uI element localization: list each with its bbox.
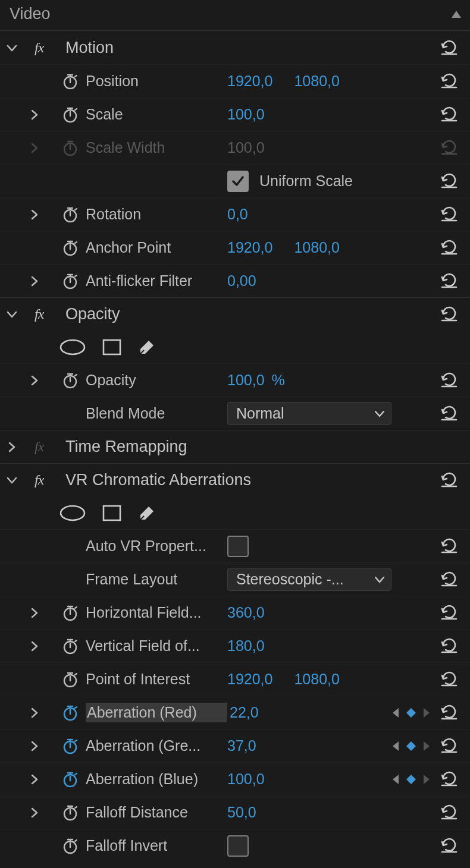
keyframe-next-icon[interactable] <box>422 707 431 719</box>
stopwatch-icon[interactable] <box>55 705 86 721</box>
keyframe-prev-icon[interactable] <box>391 740 400 752</box>
reset-button[interactable] <box>434 804 464 821</box>
effect-opacity-header[interactable]: fx Opacity <box>0 297 470 331</box>
falloff-invert-checkbox[interactable] <box>227 835 249 857</box>
stopwatch-icon[interactable] <box>55 738 86 754</box>
falloff-distance-value[interactable]: 50,0 <box>227 804 256 821</box>
aberration-green-value[interactable]: 37,0 <box>227 737 256 754</box>
reset-button[interactable] <box>434 40 464 56</box>
scale-value[interactable]: 100,0 <box>227 106 265 123</box>
aberration-red-value[interactable]: 22,0 <box>230 704 259 721</box>
twirl-right-icon[interactable] <box>21 109 55 121</box>
anchor-x-value[interactable]: 1920,0 <box>227 239 272 256</box>
aberration-blue-value[interactable]: 100,0 <box>227 770 265 788</box>
panel-collapse-icon[interactable] <box>451 10 462 19</box>
param-hfov: Horizontal Field... 360,0 <box>0 596 470 629</box>
reset-button[interactable] <box>434 372 464 389</box>
stopwatch-icon[interactable] <box>55 240 86 256</box>
twirl-down-icon[interactable] <box>0 474 35 486</box>
keyframe-next-icon[interactable] <box>422 773 431 785</box>
reset-button[interactable] <box>434 405 464 422</box>
chevron-down-icon <box>374 409 385 419</box>
stopwatch-icon[interactable] <box>55 671 86 688</box>
reset-button[interactable] <box>434 306 464 323</box>
reset-button[interactable] <box>434 838 464 854</box>
reset-button[interactable] <box>434 738 464 754</box>
keyframe-prev-icon[interactable] <box>391 707 400 719</box>
reset-button[interactable] <box>434 671 464 688</box>
anchor-y-value[interactable]: 1080,0 <box>294 239 339 256</box>
pen-mask-icon[interactable] <box>138 504 156 522</box>
opacity-value[interactable]: 100,0 <box>227 372 265 389</box>
keyframe-next-icon[interactable] <box>422 740 431 752</box>
twirl-right-icon <box>21 142 55 154</box>
stopwatch-icon[interactable] <box>55 638 86 655</box>
reset-button[interactable] <box>434 73 464 90</box>
rect-mask-icon[interactable] <box>102 339 121 356</box>
stopwatch-icon[interactable] <box>55 273 86 290</box>
uniform-scale-checkbox[interactable] <box>227 171 249 192</box>
reset-button[interactable] <box>434 273 464 290</box>
stopwatch-icon[interactable] <box>55 838 86 854</box>
keyframe-prev-icon[interactable] <box>391 773 400 785</box>
reset-button[interactable] <box>434 705 464 721</box>
twirl-right-icon[interactable] <box>21 773 55 785</box>
reset-button[interactable] <box>434 173 464 190</box>
rotation-value[interactable]: 0,0 <box>227 206 248 223</box>
stopwatch-icon[interactable] <box>55 771 86 788</box>
stopwatch-icon[interactable] <box>55 605 86 621</box>
reset-button[interactable] <box>434 240 464 256</box>
ellipse-mask-icon[interactable] <box>59 505 86 521</box>
twirl-right-icon[interactable] <box>21 375 55 386</box>
fx-badge[interactable]: fx <box>35 40 65 56</box>
reset-button[interactable] <box>434 638 464 655</box>
ellipse-mask-icon[interactable] <box>59 339 86 356</box>
keyframe-add-icon[interactable] <box>406 741 416 751</box>
position-x-value[interactable]: 1920,0 <box>227 73 272 90</box>
twirl-down-icon[interactable] <box>0 42 35 54</box>
effect-time-remapping-header[interactable]: fx Time Remapping <box>0 430 470 463</box>
poi-x-value[interactable]: 1920,0 <box>227 671 272 688</box>
fx-badge[interactable]: fx <box>35 472 65 488</box>
effect-motion-header[interactable]: fx Motion <box>0 31 470 64</box>
reset-button[interactable] <box>434 472 464 489</box>
auto-vr-checkbox[interactable] <box>227 536 249 557</box>
reset-button[interactable] <box>434 538 464 555</box>
blend-mode-dropdown[interactable]: Normal <box>227 402 391 425</box>
stopwatch-icon[interactable] <box>55 372 86 389</box>
fx-badge[interactable]: fx <box>35 306 65 322</box>
pen-mask-icon[interactable] <box>138 338 156 356</box>
stopwatch-icon[interactable] <box>55 804 86 821</box>
param-label: Vertical Field of... <box>86 637 225 655</box>
param-scale-width: Scale Width 100,0 <box>0 131 470 164</box>
keyframe-add-icon[interactable] <box>406 707 416 718</box>
frame-layout-dropdown[interactable]: Stereoscopic -... <box>227 568 391 591</box>
reset-button[interactable] <box>434 106 464 123</box>
rect-mask-icon[interactable] <box>102 505 121 521</box>
twirl-right-icon[interactable] <box>21 707 55 719</box>
param-label: Aberration (Red) <box>86 703 227 722</box>
twirl-right-icon[interactable] <box>21 209 55 221</box>
mask-tools-row <box>0 331 470 363</box>
position-y-value[interactable]: 1080,0 <box>294 73 339 90</box>
effect-vrca-header[interactable]: fx VR Chromatic Aberrations <box>0 463 470 496</box>
reset-button[interactable] <box>434 771 464 788</box>
reset-button[interactable] <box>434 605 464 621</box>
stopwatch-icon[interactable] <box>55 106 86 123</box>
twirl-right-icon[interactable] <box>21 807 55 819</box>
hfov-value[interactable]: 360,0 <box>227 604 265 621</box>
twirl-right-icon[interactable] <box>21 607 55 619</box>
twirl-right-icon[interactable] <box>0 441 35 453</box>
keyframe-add-icon[interactable] <box>406 774 416 785</box>
reset-button[interactable] <box>434 206 464 223</box>
reset-button[interactable] <box>434 571 464 588</box>
stopwatch-icon[interactable] <box>55 206 86 223</box>
stopwatch-icon[interactable] <box>55 73 86 90</box>
vfov-value[interactable]: 180,0 <box>227 637 265 655</box>
twirl-right-icon[interactable] <box>21 640 55 652</box>
twirl-right-icon[interactable] <box>21 275 55 287</box>
twirl-down-icon[interactable] <box>0 309 35 320</box>
poi-y-value[interactable]: 1080,0 <box>294 671 339 688</box>
anti-flicker-value[interactable]: 0,00 <box>227 272 256 290</box>
twirl-right-icon[interactable] <box>21 740 55 752</box>
